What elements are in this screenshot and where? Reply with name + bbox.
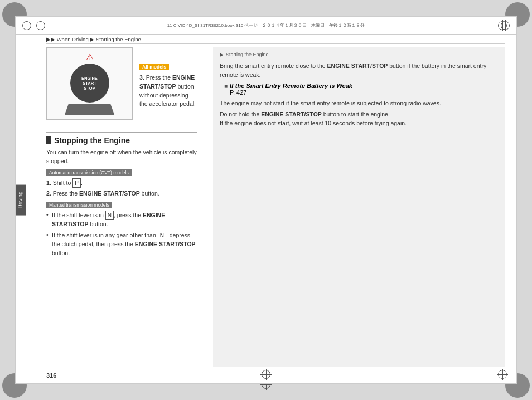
breadcrumb-prefix: ▶▶ [46, 36, 55, 42]
ref-page: P. 427 [230, 89, 246, 96]
stopping-description: You can turn the engine off when the veh… [46, 148, 197, 166]
cvt-steps: 1. Shift to P. 2. Press the ENGINE START… [46, 178, 197, 198]
section-divider [46, 132, 197, 133]
page-bottom-crosshair [260, 369, 272, 380]
breadcrumb-separator: ▶ [90, 36, 94, 42]
step3-number: 3. [139, 74, 144, 81]
manual-label: Manual transmission models [46, 202, 112, 208]
step3-text: All models 3. Press the ENGINE START/STO… [139, 47, 197, 126]
breadcrumb: ▶▶ When Driving ▶ Starting the Engine [46, 36, 141, 42]
right-header-title: Starting the Engine [226, 52, 269, 57]
alert-icon: ⚠ [86, 52, 94, 62]
engine-button-visual: ⚠ ENGINESTARTSTOP [65, 52, 115, 115]
manual-bullet-1: If the shift lever is in N, press the EN… [46, 211, 197, 229]
step3-before: Press the [146, 74, 172, 81]
page-top-right-crosshair [497, 20, 508, 31]
stopping-title: Stopping the Engine [54, 136, 130, 145]
right-para1-before: Bring the smart entry remote close to th… [220, 62, 327, 69]
all-models-label: All models [139, 64, 169, 70]
page-number: 316 [46, 372, 56, 379]
section-block-icon [46, 136, 51, 144]
left-column: ⚠ ENGINESTARTSTOP [46, 47, 197, 367]
page-header: 11 CIVIC 4D_SI-31TR36210.book 316 ページ ２０… [16, 17, 516, 35]
column-divider [205, 47, 205, 367]
manual-bullet-2: If the shift lever is in any gear other … [46, 231, 197, 258]
breadcrumb-item-1: When Driving [57, 36, 89, 42]
ref-icon: ■ [224, 83, 228, 89]
content-area: ⚠ ENGINESTARTSTOP [46, 47, 505, 367]
engine-btn-text: ENGINESTARTSTOP [81, 76, 98, 91]
header-crosshair-left [21, 20, 32, 31]
manual-bullets: If the shift lever is in N, press the EN… [46, 211, 197, 257]
breadcrumb-item-2: Starting the Engine [96, 36, 141, 42]
cvt-step-2: 2. Press the ENGINE START/STOP button. [46, 189, 197, 198]
right-header-arrow: ▶ [220, 52, 224, 57]
engine-image-area: ⚠ ENGINESTARTSTOP [46, 47, 133, 120]
page-top-left-crosshair [35, 20, 46, 31]
cvt-label: Automatic transmission (CVT) models [46, 169, 132, 176]
engine-base [65, 104, 115, 115]
engine-button-circle: ENGINESTARTSTOP [70, 64, 109, 103]
right-column: ▶ Starting the Engine Bring the smart en… [213, 47, 505, 367]
page: 11 CIVIC 4D_SI-31TR36210.book 316 ページ ２０… [15, 16, 517, 384]
right-para3: Do not hold the ENGINE START/STOP button… [220, 110, 499, 128]
ref-content: If the Smart Entry Remote Battery is Wea… [230, 82, 352, 96]
breadcrumb-divider [46, 43, 505, 44]
page-bottom-right-crosshair [497, 369, 508, 380]
step3-row: ⚠ ENGINESTARTSTOP [46, 47, 197, 126]
right-section-header: ▶ Starting the Engine [220, 52, 499, 57]
reference-box: ■ If the Smart Entry Remote Battery is W… [224, 82, 499, 96]
cvt-step-1: 1. Shift to P. [46, 178, 197, 188]
right-para3-bold: ENGINE START/STOP [261, 111, 322, 118]
driving-tab: Driving [16, 184, 26, 215]
right-para2: The engine may not start if the smart en… [220, 99, 499, 108]
stopping-header: Stopping the Engine [46, 136, 197, 145]
step3-para: 3. Press the ENGINE START/STOP button wi… [139, 74, 197, 109]
right-para1: Bring the smart entry remote close to th… [220, 62, 499, 80]
right-para3-before: Do not hold the [220, 111, 261, 118]
file-info: 11 CIVIC 4D_SI-31TR36210.book 316 ページ ２０… [37, 22, 495, 28]
right-para1-bold: ENGINE START/STOP [327, 62, 388, 69]
ref-bold: If the Smart Entry Remote Battery is Wea… [230, 82, 352, 89]
